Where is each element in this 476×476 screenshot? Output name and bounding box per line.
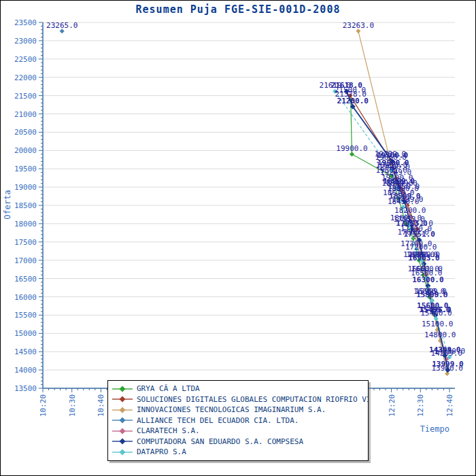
y-tick-label: 23500 — [14, 18, 37, 27]
legend-marker-icon — [112, 407, 133, 413]
y-tick-label: 19500 — [14, 165, 37, 173]
point-value-label: 23263.0 — [343, 21, 374, 30]
y-tick-label: 22000 — [14, 73, 37, 82]
legend-item: ALLIANCE TECH DEL ECUADOR CIA. LTDA. — [112, 415, 368, 426]
x-tick-label: 10:40 — [97, 394, 105, 417]
legend-item: INNOVACIONES TECNOLOGICAS IMAGINARIUM S.… — [112, 405, 368, 415]
legend-item-label: SOLUCIONES DIGITALES GLOBALES COMPUTACIO… — [137, 395, 368, 404]
y-tick-label: 16500 — [14, 275, 37, 284]
point-value-label: 15400.0 — [420, 309, 452, 318]
legend-item-label: DATAPRO S.A — [137, 447, 186, 456]
legend-marker-icon — [112, 438, 133, 445]
point-value-label: 23265.0 — [46, 21, 78, 30]
legend-item-label: COMPUTADORA SAN EDUARDO S.A. COMPSESA — [137, 437, 303, 446]
legend-item: COMPUTADORA SAN EDUARDO S.A. COMPSESA — [112, 437, 368, 447]
point-value-label: 21200.0 — [337, 97, 369, 105]
y-tick-label: 13500 — [14, 384, 37, 393]
y-tick-label: 18500 — [14, 201, 37, 210]
point-value-label: 19900.0 — [336, 144, 367, 153]
legend-item-label: GRYA CÃ A LTDA — [137, 384, 200, 393]
y-tick-label: 22500 — [14, 55, 37, 64]
point-value-label: 16991.0 — [407, 250, 438, 259]
point-value-label: 21619.0 — [320, 81, 351, 90]
point-value-label: 15100.0 — [422, 320, 453, 328]
legend-item-label: INNOVACIONES TECNOLOGICAS IMAGINARIUM S.… — [137, 405, 326, 414]
y-ticks: 1350014000145001500015500160001650017000… — [14, 18, 43, 393]
legend-item-label: CLARATECH S.A. — [137, 426, 200, 435]
legend-marker-icon — [112, 417, 133, 424]
point-value-label: 17551.0 — [403, 230, 435, 239]
y-tick-label: 17500 — [14, 238, 37, 247]
y-tick-label: 14000 — [14, 366, 37, 375]
y-tick-label: 18000 — [14, 220, 37, 228]
y-tick-label: 14500 — [14, 347, 37, 356]
point-value-label: 18200.0 — [394, 206, 426, 215]
x-tick-label: 10:20 — [39, 394, 48, 417]
x-tick-label: 12:30 — [416, 394, 425, 417]
y-tick-label: 23000 — [14, 37, 37, 46]
x-axis-title: Tiempo — [420, 424, 449, 434]
y-tick-label: 16000 — [14, 293, 37, 302]
x-tick-label: 12:40 — [445, 394, 454, 417]
point-value-label: 15899.0 — [416, 290, 447, 299]
y-tick-label: 19000 — [14, 183, 37, 192]
y-tick-label: 17000 — [14, 256, 37, 265]
legend-item: GRYA CÃ A LTDA — [112, 384, 368, 394]
legend-item: DATAPRO S.A — [112, 447, 368, 458]
x-tick-label: 12:20 — [388, 394, 396, 417]
bid-summary-chart: Resumen Puja FGE-SIE-001D-2008 21378.019… — [0, 0, 476, 476]
point-value-label: 18949.0 — [381, 179, 413, 188]
point-value-label: 19450.0 — [376, 160, 407, 169]
y-tick-label: 20500 — [14, 128, 37, 137]
chart-legend: GRYA CÃ A LTDASOLUCIONES DIGITALES GLOBA… — [107, 380, 369, 461]
y-tick-label: 15500 — [14, 311, 37, 320]
point-value-label: 14800.0 — [424, 330, 456, 339]
y-axis-title: Oferta — [3, 190, 12, 219]
legend-item-label: ALLIANCE TECH DEL ECUADOR CIA. LTDA. — [137, 416, 299, 425]
legend-marker-icon — [112, 449, 133, 456]
legend-marker-icon — [112, 428, 133, 435]
legend-item: SOLUCIONES DIGITALES GLOBALES COMPUTACIO… — [112, 394, 368, 405]
point-labels: 21378.019900.019301.018679.018000.017600… — [46, 21, 465, 373]
y-tick-label: 21500 — [14, 92, 37, 101]
point-value-label: 17953.0 — [393, 215, 424, 224]
point-value-label: 13999.0 — [432, 360, 463, 369]
point-value-label: 16500.0 — [411, 269, 442, 277]
point-value-label: 18450.0 — [388, 197, 419, 206]
legend-item: CLARATECH S.A. — [112, 426, 368, 437]
y-tick-label: 15000 — [14, 329, 37, 338]
legend-marker-icon — [112, 386, 133, 392]
x-tick-label: 10:30 — [68, 394, 77, 417]
point-value-label: 17300.0 — [401, 239, 432, 248]
legend-marker-icon — [112, 396, 133, 403]
y-tick-label: 21000 — [14, 110, 37, 119]
y-tick-label: 20000 — [14, 146, 37, 155]
point-value-label: 14350.0 — [434, 347, 465, 356]
